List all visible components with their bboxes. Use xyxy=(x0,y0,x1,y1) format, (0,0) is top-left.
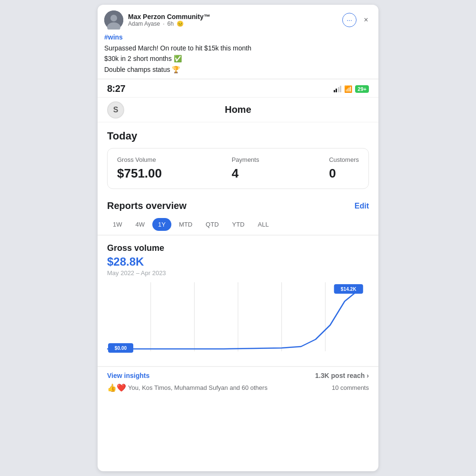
signal-icon xyxy=(334,86,342,92)
payments-metric: Payments 4 xyxy=(232,156,259,181)
signal-bar-3 xyxy=(338,87,339,92)
customers-metric: Customers 0 xyxy=(329,156,359,181)
edit-button[interactable]: Edit xyxy=(355,202,369,210)
reports-header: Reports overview Edit xyxy=(107,200,369,211)
view-insights-row: View insights 1.3K post reach › xyxy=(107,372,369,379)
gross-volume-metric: Gross Volume $751.00 xyxy=(117,156,162,181)
metrics-card: Gross Volume $751.00 Payments 4 Customer… xyxy=(107,148,369,189)
wifi-icon: 📶 xyxy=(344,85,352,93)
chart-section: Gross volume $28.8K May 2022 – Apr 2023 … xyxy=(98,235,378,366)
customers-label: Customers xyxy=(329,156,359,163)
app-title: Home xyxy=(225,104,251,115)
chart-range: May 2022 – Apr 2023 xyxy=(107,269,369,277)
post-actions: ··· × xyxy=(342,13,372,27)
svg-text:$0.00: $0.00 xyxy=(115,346,127,351)
gross-volume-value: $751.00 xyxy=(117,166,162,181)
reports-section: Reports overview Edit 1W 4W 1Y MTD QTD Y… xyxy=(98,193,378,235)
mood-emoji: 😐 xyxy=(177,20,184,27)
post-meta-left: Max Perzon Community™ Adam Ayase · 6h 😐 xyxy=(104,10,210,30)
post-line-2: $30k in 2 short months ✅ xyxy=(104,53,372,64)
reports-title: Reports overview xyxy=(107,200,187,211)
time-tabs: 1W 4W 1Y MTD QTD YTD ALL xyxy=(107,218,369,231)
author-name: Adam Ayase xyxy=(128,20,160,27)
avatar xyxy=(104,10,123,30)
status-bar: 8:27 📶 29+ xyxy=(98,79,378,98)
main-card: Max Perzon Community™ Adam Ayase · 6h 😐 … xyxy=(98,5,378,471)
post-line-1: Surpassed March! On route to hit $15k th… xyxy=(104,43,372,53)
chevron-right-icon: › xyxy=(367,372,369,379)
home-avatar[interactable]: S xyxy=(107,101,124,119)
hashtag: #wins xyxy=(104,33,372,41)
tab-1y[interactable]: 1Y xyxy=(152,218,171,231)
separator: · xyxy=(163,20,164,27)
tab-4w[interactable]: 4W xyxy=(130,218,151,231)
signal-bar-4 xyxy=(340,86,341,92)
post-reach: 1.3K post reach › xyxy=(315,372,369,379)
payments-label: Payments xyxy=(232,156,259,163)
author-info: Max Perzon Community™ Adam Ayase · 6h 😐 xyxy=(128,13,210,27)
svg-text:$14.2K: $14.2K xyxy=(341,287,357,292)
post-subline: Adam Ayase · 6h 😐 xyxy=(128,20,210,27)
chart-title: Gross volume xyxy=(107,243,369,253)
chart-svg: $0.00 $14.2K xyxy=(107,282,369,358)
signal-bar-2 xyxy=(336,89,337,92)
comments-link[interactable]: 10 comments xyxy=(332,384,369,391)
reaction-emojis: 👍❤️ xyxy=(107,383,126,392)
post-footer: View insights 1.3K post reach › 👍❤️ You,… xyxy=(98,367,378,397)
svg-point-1 xyxy=(110,15,117,21)
reactions-text: You, Kos Timos, Muhammad Sufyan and 60 o… xyxy=(128,384,268,391)
time-ago: 6h xyxy=(168,20,174,27)
tab-ytd[interactable]: YTD xyxy=(227,218,250,231)
tab-qtd[interactable]: QTD xyxy=(200,218,224,231)
view-insights-link[interactable]: View insights xyxy=(107,372,149,379)
tab-mtd[interactable]: MTD xyxy=(173,218,198,231)
post-text: Surpassed March! On route to hit $15k th… xyxy=(104,43,372,75)
tab-1w[interactable]: 1W xyxy=(107,218,128,231)
post-header: Max Perzon Community™ Adam Ayase · 6h 😐 … xyxy=(98,5,378,79)
reactions-row: 👍❤️ You, Kos Timos, Muhammad Sufyan and … xyxy=(107,383,369,392)
signal-bar-1 xyxy=(334,90,335,92)
time-display: 8:27 xyxy=(107,83,125,94)
community-name: Max Perzon Community™ xyxy=(128,13,210,20)
today-label: Today xyxy=(107,130,369,142)
more-options-button[interactable]: ··· xyxy=(342,13,357,27)
app-header: S Home xyxy=(98,98,378,122)
gross-volume-label: Gross Volume xyxy=(117,156,162,163)
customers-value: 0 xyxy=(329,166,359,181)
chart-value: $28.8K xyxy=(107,255,369,268)
post-reach-value: 1.3K post reach xyxy=(315,372,365,379)
post-line-3: Double champs status 🏆 xyxy=(104,64,372,75)
close-button[interactable]: × xyxy=(360,14,372,26)
reactions-left: 👍❤️ You, Kos Timos, Muhammad Sufyan and … xyxy=(107,383,268,392)
dots-icon: ··· xyxy=(347,16,352,24)
battery-indicator: 29+ xyxy=(355,85,369,93)
close-icon: × xyxy=(364,16,368,24)
post-meta: Max Perzon Community™ Adam Ayase · 6h 😐 … xyxy=(104,10,372,30)
today-section: Today Gross Volume $751.00 Payments 4 Cu… xyxy=(98,122,378,193)
status-icons: 📶 29+ xyxy=(334,85,369,93)
payments-value: 4 xyxy=(232,166,259,181)
tab-all[interactable]: ALL xyxy=(252,218,275,231)
chart-container: $0.00 $14.2K xyxy=(107,282,369,358)
